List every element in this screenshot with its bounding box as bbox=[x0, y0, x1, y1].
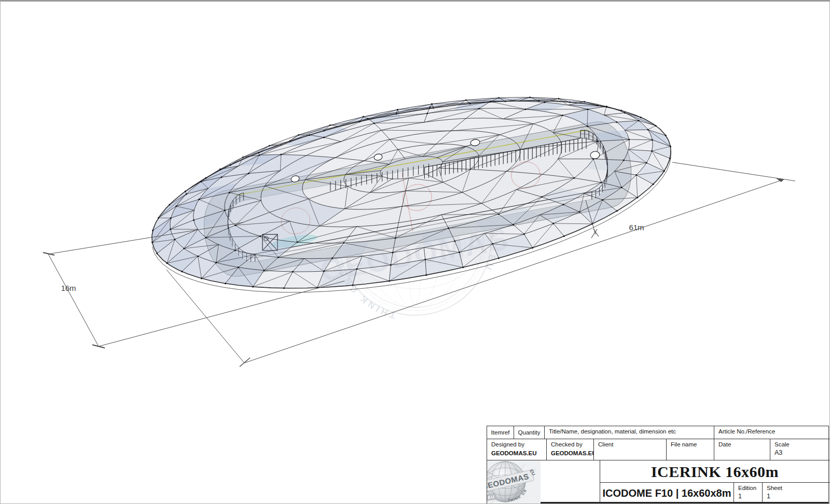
titleblock-itemref-header: Itemref bbox=[487, 426, 514, 439]
drawing-title: ICERINK 16x60m bbox=[600, 460, 829, 483]
witness-line bbox=[672, 162, 795, 181]
dimension-width-line bbox=[48, 254, 99, 346]
geodesic-dome-wireframe bbox=[151, 96, 671, 292]
witness-line bbox=[99, 281, 344, 346]
titleblock-filename-cell: File name bbox=[667, 439, 714, 460]
titleblock-titlename-header: Title/Name, designation, material, dimen… bbox=[545, 426, 714, 439]
titleblock-logo-cell: GEODOMAS EU THINK GREEN MAS.EU bbox=[487, 460, 600, 504]
checked-by-value: GEODOMAS.EU bbox=[551, 450, 593, 457]
sheet-value: 1 bbox=[767, 493, 829, 500]
scale-label: Scale bbox=[774, 441, 829, 448]
titleblock-date-cell: Date bbox=[714, 439, 770, 460]
edition-label: Edition bbox=[738, 485, 762, 492]
titleblock-edition-cell: Edition 1 bbox=[734, 483, 763, 504]
titleblock-sheet-cell: Sheet 1 bbox=[763, 483, 829, 504]
titleblock-quantity-header: Quantity bbox=[514, 426, 545, 439]
titleblock-scale-cell: Scale A3 bbox=[770, 439, 829, 460]
designed-by-label: Designed by bbox=[491, 441, 546, 448]
client-label: Client bbox=[598, 441, 666, 448]
titleblock-designed-by-cell: Designed by GEODOMAS.EU bbox=[487, 439, 547, 460]
designed-by-value: GEODOMAS.EU bbox=[491, 450, 546, 457]
titleblock-client-cell: Client bbox=[594, 439, 667, 460]
geodomas-logo: GEODOMAS EU THINK GREEN MAS.EU bbox=[487, 460, 541, 503]
dimension-v-tick bbox=[591, 229, 599, 238]
sheet-label: Sheet bbox=[767, 485, 829, 492]
edition-value: 1 bbox=[738, 493, 762, 500]
dimension-width-label: 16m bbox=[61, 284, 76, 292]
titleblock-checked-by-cell: Checked by GEODOMAS.EU bbox=[547, 439, 594, 460]
checked-by-label: Checked by bbox=[551, 441, 593, 448]
title-block: Itemref Quantity Title/Name, designation… bbox=[487, 426, 829, 503]
drawing-sheet: GEODOMAS THINK GREEN WWW.GEODOMAS.EU 16m… bbox=[0, 0, 830, 504]
drawing-model: ICODOME F10 | 16x60x8m bbox=[600, 483, 734, 504]
date-label: Date bbox=[718, 441, 770, 448]
filename-label: File name bbox=[671, 441, 714, 448]
scale-value: A3 bbox=[774, 450, 829, 456]
dimension-length-label: 61m bbox=[629, 223, 644, 232]
titleblock-article-header: Article No./Reference bbox=[714, 426, 829, 439]
